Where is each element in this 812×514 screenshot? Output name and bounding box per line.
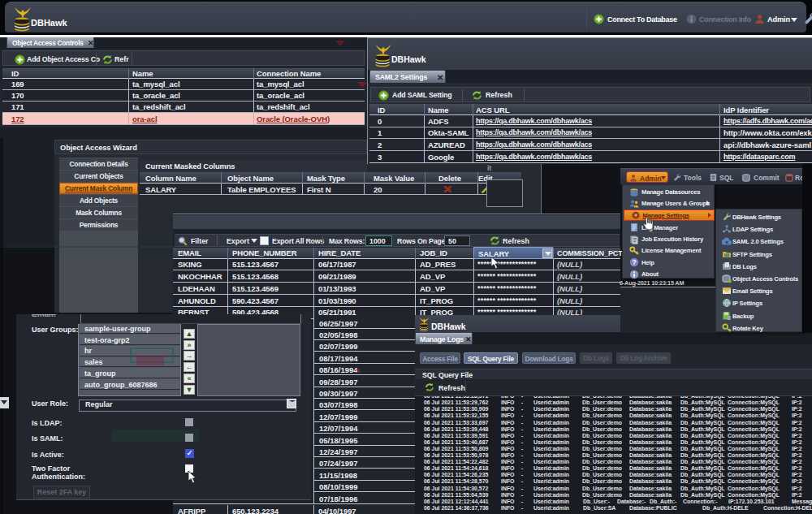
- svg-text:?: ?: [632, 258, 636, 266]
